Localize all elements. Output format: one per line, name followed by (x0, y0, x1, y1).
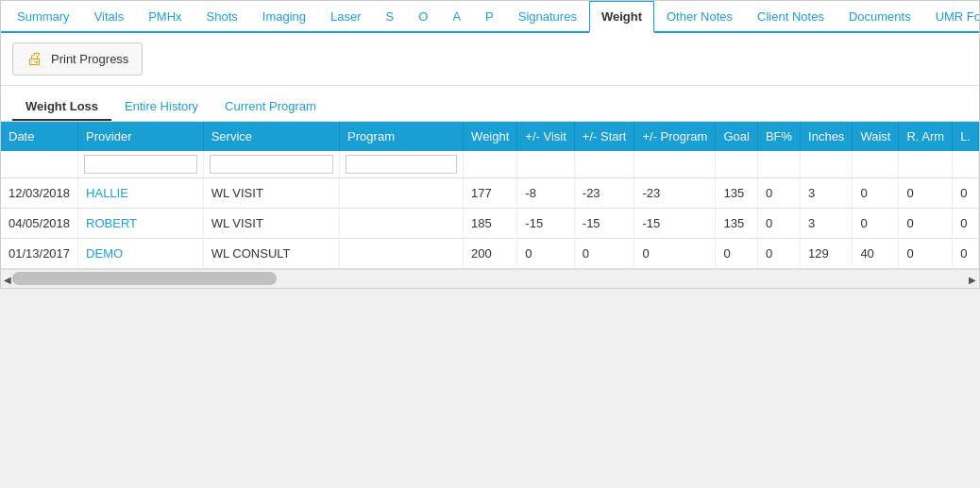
col-provider: Provider (78, 122, 204, 151)
cell-service: WL VISIT (203, 209, 339, 239)
tab-documents[interactable]: Documents (836, 1, 923, 33)
cell-weight: 185 (464, 209, 517, 239)
col-pm-visit: +/- Visit (517, 122, 574, 151)
filter-r-arm (899, 151, 953, 178)
service-filter-input[interactable] (210, 155, 333, 174)
subtab-entire-history[interactable]: Entire History (111, 93, 211, 121)
filter-date (1, 151, 78, 178)
cell-provider[interactable]: HALLIE (78, 178, 204, 209)
cell-pm_visit: -15 (517, 209, 574, 239)
provider-filter-input[interactable] (84, 155, 197, 174)
print-progress-button[interactable]: 🖨 Print Progress (12, 42, 143, 76)
cell-l_arm: 0 (953, 178, 979, 209)
tab-s[interactable]: S (374, 1, 407, 33)
cell-pm_start: -15 (574, 209, 634, 239)
cell-weight: 200 (464, 239, 517, 269)
filter-waist (853, 151, 899, 178)
scroll-right-arrow[interactable]: ▶ (966, 270, 979, 288)
tab-pmhx[interactable]: PMHx (136, 1, 194, 33)
tab-o[interactable]: O (406, 1, 440, 33)
cell-program (340, 239, 464, 269)
cell-bf_pct: 0 (757, 178, 800, 209)
filter-goal (716, 151, 757, 178)
cell-pm_start: 0 (574, 239, 634, 269)
tab-signatures[interactable]: Signatures (506, 1, 589, 33)
tab-imaging[interactable]: Imaging (250, 1, 318, 33)
cell-pm_visit: 0 (517, 239, 574, 269)
weight-table: Date Provider Service Program Weight +/-… (1, 122, 979, 269)
cell-date: 12/03/2018 (1, 178, 78, 209)
tab-umr-forms[interactable]: UMR Forms (923, 1, 980, 33)
cell-r_arm: 0 (899, 178, 953, 209)
cell-weight: 177 (464, 178, 517, 209)
subtab-current-program[interactable]: Current Program (211, 93, 329, 121)
table-row: 01/13/2017DEMOWL CONSULT200000001294000 (1, 239, 979, 269)
filter-provider[interactable] (78, 151, 204, 178)
tab-client-notes[interactable]: Client Notes (745, 1, 836, 33)
cell-waist: 0 (853, 178, 899, 209)
cell-date: 04/05/2018 (1, 209, 78, 239)
table-row: 04/05/2018ROBERTWL VISIT185-15-15-151350… (1, 209, 979, 239)
cell-l_arm: 0 (953, 239, 979, 269)
filter-l-arm (953, 151, 979, 178)
col-weight: Weight (464, 122, 517, 151)
col-service: Service (203, 122, 339, 151)
col-program: Program (340, 122, 464, 151)
cell-inches: 3 (801, 178, 853, 209)
filter-service[interactable] (203, 151, 339, 178)
cell-bf_pct: 0 (757, 239, 800, 269)
cell-program (340, 209, 464, 239)
filter-pm-start (574, 151, 634, 178)
table-row: 12/03/2018HALLIEWL VISIT177-8-23-2313503… (1, 178, 979, 209)
cell-provider[interactable]: ROBERT (78, 209, 204, 239)
filter-pm-visit (517, 151, 574, 178)
cell-service: WL CONSULT (203, 239, 339, 269)
tab-laser[interactable]: Laser (318, 1, 374, 33)
filter-program[interactable] (340, 151, 464, 178)
tab-summary[interactable]: Summary (5, 1, 82, 33)
sub-tabs: Weight Loss Entire History Current Progr… (1, 86, 979, 122)
col-inches: Inches (801, 122, 853, 151)
cell-inches: 129 (801, 239, 853, 269)
cell-waist: 0 (853, 209, 899, 239)
cell-pm_visit: -8 (517, 178, 574, 209)
filter-pm-program (634, 151, 716, 178)
cell-pm_program: -15 (634, 209, 716, 239)
col-pm-start: +/- Start (574, 122, 634, 151)
cell-provider[interactable]: DEMO (78, 239, 204, 269)
cell-r_arm: 0 (899, 239, 953, 269)
filter-bf-pct (757, 151, 800, 178)
app-container: Summary Vitals PMHx Shots Imaging Laser … (0, 0, 980, 289)
tab-a[interactable]: A (440, 1, 473, 33)
cell-inches: 3 (801, 209, 853, 239)
cell-pm_program: -23 (634, 178, 716, 209)
cell-goal: 135 (716, 178, 757, 209)
cell-pm_program: 0 (634, 239, 716, 269)
cell-bf_pct: 0 (757, 209, 800, 239)
col-date: Date (1, 122, 78, 151)
cell-l_arm: 0 (953, 209, 979, 239)
subtab-weight-loss[interactable]: Weight Loss (12, 93, 111, 121)
cell-date: 01/13/2017 (1, 239, 78, 269)
printer-icon: 🖨 (26, 49, 43, 69)
scrollbar-track[interactable] (12, 272, 277, 285)
tab-p[interactable]: P (473, 1, 506, 33)
col-bf-pct: BF% (757, 122, 800, 151)
filter-weight (464, 151, 517, 178)
cell-service: WL VISIT (203, 178, 339, 209)
cell-program (340, 178, 464, 209)
tab-weight[interactable]: Weight (589, 1, 654, 33)
cell-waist: 40 (853, 239, 899, 269)
toolbar: 🖨 Print Progress (1, 33, 979, 86)
tab-shots[interactable]: Shots (194, 1, 250, 33)
cell-goal: 0 (716, 239, 757, 269)
program-filter-input[interactable] (346, 155, 457, 174)
cell-goal: 135 (716, 209, 757, 239)
cell-r_arm: 0 (899, 209, 953, 239)
col-r-arm: R. Arm (899, 122, 953, 151)
tab-other-notes[interactable]: Other Notes (654, 1, 745, 33)
horizontal-scrollbar[interactable]: ◀ ▶ (1, 269, 979, 288)
col-pm-program: +/- Program (634, 122, 716, 151)
cell-pm_start: -23 (574, 178, 634, 209)
tab-vitals[interactable]: Vitals (82, 1, 137, 33)
